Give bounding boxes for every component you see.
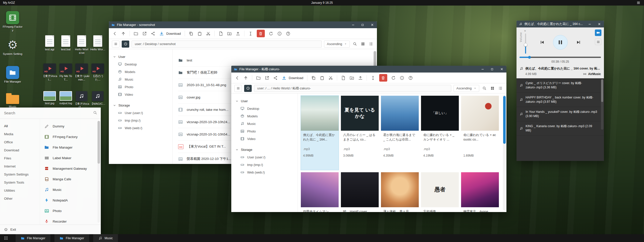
category-system-tools[interactable]: System Tools [0, 178, 40, 186]
task-file-manager-1[interactable]: File Manager [16, 234, 50, 242]
new-file-icon[interactable] [218, 31, 223, 36]
playlist-toggle-button[interactable] [595, 39, 601, 45]
music-tile[interactable]: 嘘 _ HamP cover... [341, 172, 379, 212]
next-track-button[interactable] [573, 37, 584, 48]
desktop-icon-test-bat[interactable]: test.bat [58, 35, 74, 51]
music-tile[interactable]: 薄と蓮裕 _ 青々月... [381, 172, 419, 212]
delete-button[interactable] [379, 74, 387, 82]
help-icon[interactable] [286, 31, 291, 36]
copy-icon[interactable] [311, 76, 316, 80]
category-other[interactable]: Other [0, 194, 40, 202]
sidebar-section-storage[interactable]: Storage [231, 146, 298, 153]
desktop-icon-output-log[interactable]: output.log [58, 91, 74, 105]
copy-icon[interactable] [189, 31, 194, 36]
info-icon[interactable] [277, 31, 282, 36]
new-file-icon[interactable] [341, 76, 346, 80]
desktop-icon-touhou-vocal-audio[interactable]: 【東方Vocal】... [74, 91, 89, 109]
app-item-photo[interactable]: Photo [40, 205, 101, 216]
music-tile[interactable]: 命に嫌われている + acoustic co... 1.69MB [461, 96, 499, 170]
sidebar-section-user[interactable]: User [109, 53, 172, 60]
list-view-icon[interactable] [498, 86, 503, 90]
paste-icon[interactable] [197, 31, 202, 36]
maximize-button[interactable] [359, 21, 366, 28]
category-download[interactable]: Download [0, 146, 40, 154]
music-tile[interactable]: 「寂しい」 命に嫌われている + _ カンザキイオリ ... .mp3 4.19… [421, 96, 459, 170]
seek-handle[interactable] [528, 56, 531, 59]
app-item-file-manager[interactable]: File Manager [40, 142, 101, 153]
sidebar-section-storage[interactable]: Storage [109, 102, 172, 109]
sidebar-section-user[interactable]: User [231, 97, 298, 105]
seek-bar[interactable] [520, 57, 601, 58]
desktop-icon-fly-me-video[interactable]: HD Fly Me To T... [58, 63, 74, 82]
music-tile[interactable]: 例えば、今此処に置かれた花に _ 164... .mp3 4.99MB [301, 96, 339, 170]
title-bar[interactable]: File Manager - 柘榴-zakuro- [231, 66, 506, 73]
help-icon[interactable] [408, 76, 413, 80]
desktop-icon-magic-audio[interactable]: 【MAGIC... [90, 91, 106, 106]
exit-button[interactable]: Exit [0, 225, 101, 234]
sidebar-item-video[interactable]: Video [231, 135, 298, 143]
pause-button[interactable] [553, 35, 568, 50]
upload-icon[interactable] [236, 31, 240, 36]
sidebar-toggle-button[interactable] [112, 41, 119, 48]
new-folder-icon[interactable] [349, 76, 354, 80]
back-icon[interactable] [235, 76, 240, 80]
sidebar-item-user-drive[interactable]: User (user:/) [231, 153, 298, 161]
minimize-button[interactable] [586, 21, 593, 27]
upload-icon[interactable] [358, 76, 363, 80]
open-icon[interactable] [256, 76, 261, 80]
new-folder-icon[interactable] [227, 31, 232, 36]
app-item-manga-cafe[interactable]: Manga Cafe [40, 174, 101, 184]
sidebar-item-music[interactable]: Music [109, 76, 172, 83]
download-label[interactable]: Download [289, 76, 303, 80]
sidebar-item-desktop[interactable]: Desktop [109, 60, 172, 68]
sidebar-item-photo[interactable]: Photo [109, 83, 172, 91]
close-button[interactable] [595, 21, 603, 27]
music-tile[interactable]: 幽霊東京 _ Ayase... [461, 172, 499, 212]
previous-track-button[interactable] [537, 37, 548, 48]
desktop-icon-hello-world-txt[interactable]: Hello World.txt [74, 35, 89, 55]
share-icon[interactable] [273, 76, 278, 80]
category-internet[interactable]: Internet [0, 162, 40, 170]
music-tile[interactable]: 愚者 忘却感傷... [421, 172, 459, 212]
sort-dropdown[interactable]: Ascending [454, 85, 479, 92]
playlist-item[interactable]: Cynic _ ポリスピカデリー cover. by 柘榴-zakuro-.mp… [517, 78, 604, 93]
open-external-icon[interactable] [142, 31, 147, 36]
start-menu-scrollbar[interactable] [98, 121, 100, 223]
grid-view-icon[interactable] [361, 42, 365, 46]
app-item-label-maker[interactable]: Label Maker [40, 153, 101, 163]
open-external-icon[interactable] [265, 76, 269, 80]
sidebar-item-photo[interactable]: Photo [231, 127, 298, 135]
app-item-recorder[interactable]: Recorder [40, 216, 101, 225]
download-label[interactable]: Download [166, 32, 181, 36]
desktop-icon-system-setting[interactable]: ⚙ System Setting [2, 38, 23, 56]
info-icon[interactable] [400, 76, 404, 80]
task-file-manager-2[interactable]: File Manager [54, 234, 89, 242]
rename-icon[interactable] [248, 31, 253, 36]
cast-button[interactable] [595, 29, 601, 36]
category-media[interactable]: Media [0, 130, 40, 138]
desktop-icon-test-jpg[interactable]: test.jpg [42, 91, 57, 105]
desktop-icon-ffmpeg-factory[interactable]: FFmpeg Factory [2, 11, 23, 32]
paste-icon[interactable] [320, 76, 325, 80]
title-bar[interactable]: File Manager - screenshot [109, 21, 377, 28]
sidebar-item-user-drive[interactable]: User (user:/) [109, 109, 172, 117]
app-item-ffmpeg-factory[interactable]: FFmpeg Factory [40, 131, 101, 142]
history-button[interactable] [122, 41, 129, 48]
music-tile[interactable]: 四畳半タイムマシ... [301, 172, 339, 212]
sidebar-item-web-drive[interactable]: Web (web:/) [109, 124, 172, 132]
file-row[interactable]: test [178, 54, 371, 66]
close-button[interactable] [498, 66, 505, 73]
app-item-dummy[interactable]: Dummy [40, 121, 101, 131]
sidebar-item-desktop[interactable]: Desktop [231, 105, 298, 112]
sidebar-item-video[interactable]: Video [109, 91, 172, 98]
download-icon[interactable] [159, 31, 164, 36]
refresh-icon[interactable] [391, 76, 396, 80]
category-office[interactable]: Office [0, 138, 40, 146]
breadcrumb[interactable]: user: / ... / Hello World / 柘榴-zakuro- [254, 85, 451, 92]
task-music[interactable]: Music [93, 234, 118, 242]
scrollbar[interactable] [503, 95, 506, 211]
maximize-button[interactable] [488, 66, 496, 73]
open-icon[interactable] [134, 31, 138, 36]
desktop-icon-koinouta-video[interactable]: HD 【恋のうた... [90, 63, 106, 82]
sidebar-toggle-button[interactable] [234, 85, 242, 92]
